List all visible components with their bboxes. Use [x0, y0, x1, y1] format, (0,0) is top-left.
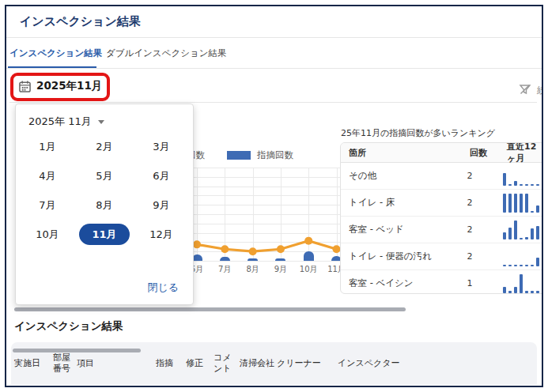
gridline-v: [337, 168, 338, 261]
ranking-place: トイレ - 便器の汚れ: [341, 251, 467, 262]
bar-findings: [304, 251, 314, 261]
trend-sparkline: [503, 274, 545, 293]
trend-sparkline: [503, 220, 545, 239]
gridline-h: [183, 251, 361, 252]
clipped-toolbar-text: 絞: [537, 84, 546, 97]
month-option[interactable]: 6月: [136, 165, 187, 187]
active-tab-underline: [8, 66, 96, 68]
ranking-row: トイレ - 床2: [341, 190, 545, 217]
month-option[interactable]: 7月: [22, 194, 73, 216]
month-option[interactable]: 1月: [22, 136, 73, 157]
header-divider: [6, 37, 542, 38]
gridline-h: [183, 261, 361, 262]
date-filter-label: 2025年11月: [36, 79, 102, 93]
app-window: 0204060801001201401601802006月7月8月9月10月11…: [0, 0, 548, 392]
gridline-v: [253, 168, 254, 261]
month-picker-header-label: 2025年 11月: [28, 115, 92, 129]
tab-double-inspection-results[interactable]: ダブルインスペクション結果: [106, 47, 226, 59]
ranking-row: トイレ - 便器の汚れ2: [341, 243, 545, 270]
x-axis-label: 7月: [214, 264, 236, 275]
close-button[interactable]: 閉じる: [147, 281, 179, 295]
filter-row-divider: [9, 102, 537, 103]
tab-inspection-results[interactable]: インスペクション結果: [9, 47, 102, 59]
month-option[interactable]: 8月: [79, 194, 130, 216]
legend-bar-swatch: [227, 151, 251, 160]
gridline-h: [183, 205, 361, 205]
ranking-col-trend: 直近12ヶ月: [507, 142, 545, 164]
x-axis-label: 10月: [297, 264, 319, 275]
ranking-col-place: 箇所: [341, 147, 470, 159]
gridline-v: [308, 168, 309, 261]
trend-sparkline: [503, 247, 545, 266]
results-column-header: 修正: [186, 358, 214, 369]
ranking-count: 1: [467, 278, 503, 288]
month-picker-dropdown: 2025年 11月 1月2月3月4月5月6月7月8月9月10月11月12月 閉じ…: [15, 104, 194, 305]
gridline-h: [183, 233, 361, 234]
results-column-header: インスペクター: [338, 358, 456, 369]
month-picker-header[interactable]: 2025年 11月: [28, 115, 104, 129]
gridline-v: [281, 168, 282, 261]
ranking-header-row: 箇所 回数 直近12ヶ月: [341, 143, 545, 163]
results-column-header: 部屋番号: [53, 352, 77, 375]
gridline-h: [183, 214, 361, 215]
chevron-down-icon: [98, 120, 104, 124]
results-column-header: 指摘: [156, 358, 186, 369]
gridline-h: [183, 242, 361, 243]
ranking-row: 客室 - ベッド2: [341, 217, 545, 243]
month-grid: 1月2月3月4月5月6月7月8月9月10月11月12月: [22, 136, 187, 245]
results-section-heading: インスペクション結果: [14, 319, 123, 334]
ranking-rows: その他2トイレ - 床2客室 - ベッド2トイレ - 便器の汚れ2客室 - ベイ…: [341, 163, 545, 294]
calendar-icon: [19, 81, 31, 92]
results-column-header: クリーナー: [277, 358, 338, 369]
month-option[interactable]: 9月: [136, 194, 187, 216]
chart-section-scrollbar[interactable]: [14, 307, 406, 311]
month-option[interactable]: 2月: [79, 136, 130, 157]
bar-findings: [220, 257, 230, 261]
ranking-col-count: 回数: [470, 147, 507, 159]
gridline-h: [183, 195, 361, 196]
x-axis-label: 8月: [242, 264, 264, 275]
ranking-place: トイレ - 床: [341, 197, 467, 209]
gridline-h: [183, 224, 361, 224]
month-option[interactable]: 5月: [79, 165, 130, 187]
trend-sparkline: [503, 194, 545, 213]
bar-findings: [248, 258, 258, 261]
ranking-row: 客室 - ベイシン1: [341, 270, 545, 294]
trend-sparkline: [503, 167, 545, 186]
ranking-count: 2: [467, 171, 503, 181]
results-column-header: コメント: [214, 352, 240, 375]
gridline-h: [183, 177, 361, 178]
month-option[interactable]: 12月: [136, 224, 187, 245]
date-filter-button[interactable]: 2025年11月: [19, 79, 102, 93]
ranking-place: その他: [341, 170, 467, 182]
results-table-scrollbar[interactable]: [13, 349, 141, 352]
month-option[interactable]: 10月: [22, 224, 73, 245]
ranking-count: 2: [467, 224, 503, 235]
month-option[interactable]: 3月: [136, 136, 187, 157]
ranking-count: 2: [467, 251, 503, 262]
ranking-place: 客室 - ベイシン: [341, 277, 467, 289]
chart-legend: 回数 指摘回数: [187, 149, 293, 161]
ranking-row: その他2: [341, 163, 545, 190]
tabbar-divider: [6, 68, 542, 69]
results-column-header: 清掃会社: [240, 358, 277, 369]
gridline-v: [197, 168, 198, 261]
results-column-header: 実施日: [14, 358, 53, 369]
ranking-table: 箇所 回数 直近12ヶ月 その他2トイレ - 床2客室 - ベッド2トイレ - …: [340, 142, 546, 294]
legend-bar-label: 指摘回数: [257, 149, 293, 161]
ranking-title: 25年11月の指摘回数が多いランキング: [341, 127, 495, 139]
page-title: インスペクション結果: [20, 14, 141, 29]
ranking-place: 客室 - ベッド: [341, 224, 467, 236]
gridline-v: [225, 168, 225, 261]
gridline-h: [183, 168, 361, 168]
month-option[interactable]: 4月: [22, 165, 73, 187]
clear-filter-icon[interactable]: [519, 83, 531, 99]
x-axis-label: 9月: [270, 264, 292, 275]
results-column-header: 項目: [77, 358, 156, 369]
gridline-h: [183, 187, 361, 187]
bar-findings: [275, 258, 285, 261]
ranking-count: 2: [467, 198, 503, 208]
month-option[interactable]: 11月: [79, 224, 130, 245]
